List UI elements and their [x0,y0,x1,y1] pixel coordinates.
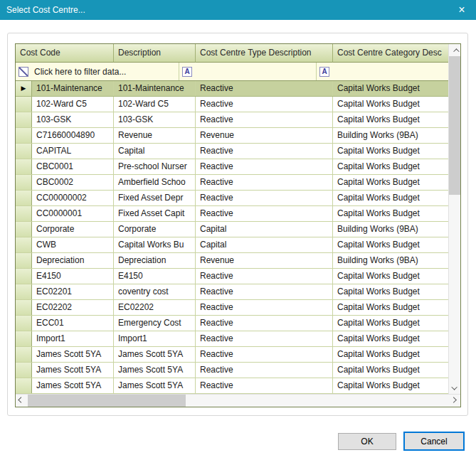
table-row[interactable]: Import1 Import1 Reactive Capital Works B… [16,331,448,347]
cancel-button[interactable]: Cancel [403,432,465,451]
cell-cost-code[interactable]: Corporate [32,222,114,237]
cell-description[interactable]: James Scott 5YA [114,378,196,393]
cell-type[interactable]: Reactive [196,363,333,378]
cell-cost-code[interactable]: CC00000002 [32,191,114,205]
cell-type[interactable]: Reactive [196,316,333,331]
cell-type[interactable]: Reactive [196,159,333,174]
row-selector[interactable] [16,269,32,284]
cell-description[interactable]: Emergency Cost [114,316,196,331]
table-row[interactable]: CWB Capital Works Bu Capital Capital Wor… [16,237,448,253]
cell-description[interactable]: EC02202 [114,300,196,315]
cell-category[interactable]: Capital Works Budget [333,284,448,299]
row-selector[interactable] [16,331,32,346]
cell-type[interactable]: Reactive [196,144,333,159]
table-row[interactable]: ▶ 101-Maintenance 101-Maintenance Reacti… [16,81,448,97]
cell-category[interactable]: Capital Works Budget [333,97,448,112]
cell-description[interactable]: 102-Ward C5 [114,97,196,112]
horizontal-scrollbar[interactable] [16,394,460,407]
cell-category[interactable]: Capital Works Budget [333,206,448,221]
scroll-right-button[interactable] [448,395,460,407]
vertical-scrollbar-thumb[interactable] [449,56,460,195]
horizontal-scrollbar-thumb[interactable] [28,395,186,407]
table-row[interactable]: EC02201 coventry cost Reactive Capital W… [16,284,448,300]
cell-description[interactable]: Import1 [114,331,196,346]
cell-category[interactable]: Capital Works Budget [333,363,448,378]
cell-description[interactable]: Fixed Asset Depr [114,191,196,205]
row-selector[interactable] [16,284,32,299]
scroll-down-button[interactable] [449,382,461,394]
cell-type[interactable]: Capital [196,237,333,252]
cell-cost-code[interactable]: James Scott 5YA [32,347,114,362]
filter-row[interactable]: Click here to filter data... A A [16,63,448,81]
cell-type[interactable]: Reactive [196,284,333,299]
row-selector[interactable] [16,363,32,378]
cell-description[interactable]: E4150 [114,269,196,284]
row-selector[interactable] [16,112,32,127]
cell-description[interactable]: Capital [114,144,196,159]
cell-type[interactable]: Reactive [196,112,333,127]
table-row[interactable]: Corporate Corporate Capital Building Wor… [16,222,448,237]
cell-cost-code[interactable]: Depreciation [32,253,114,268]
cell-category[interactable]: Capital Works Budget [333,175,448,190]
cell-category[interactable]: Capital Works Budget [333,316,448,331]
cell-cost-code[interactable]: CBC0001 [32,159,114,174]
cell-category[interactable]: Capital Works Budget [333,191,448,205]
column-header-category[interactable]: Cost Centre Category Desc [333,44,448,63]
vertical-scrollbar[interactable] [448,44,460,394]
cell-category[interactable]: Capital Works Budget [333,331,448,346]
row-selector[interactable] [16,300,32,315]
cell-cost-code[interactable]: CC0000001 [32,206,114,221]
cell-cost-code[interactable]: CWB [32,237,114,252]
table-row[interactable]: 103-GSK 103-GSK Reactive Capital Works B… [16,112,448,128]
cell-type[interactable]: Capital [196,222,333,237]
cell-cost-code[interactable]: CAPITAL [32,144,114,159]
table-row[interactable]: 102-Ward C5 102-Ward C5 Reactive Capital… [16,97,448,112]
table-row[interactable]: James Scott 5YA James Scott 5YA Reactive… [16,363,448,378]
column-header-description[interactable]: Description [114,44,196,63]
cell-category[interactable]: Building Works (9BA) [333,128,448,143]
cell-type[interactable]: Reactive [196,97,333,112]
table-row[interactable]: ECC01 Emergency Cost Reactive Capital Wo… [16,316,448,331]
cell-category[interactable]: Capital Works Budget [333,347,448,362]
table-row[interactable]: C71660004890 Revenue Revenue Building Wo… [16,128,448,144]
cell-type[interactable]: Reactive [196,378,333,393]
table-row[interactable]: CC00000002 Fixed Asset Depr Reactive Cap… [16,191,448,206]
cell-cost-code[interactable]: 101-Maintenance [32,81,114,96]
cell-cost-code[interactable]: CBC0002 [32,175,114,190]
cell-cost-code[interactable]: James Scott 5YA [32,363,114,378]
row-selector[interactable] [16,175,32,190]
cell-category[interactable]: Capital Works Budget [333,300,448,315]
row-selector[interactable] [16,144,32,159]
row-selector[interactable] [16,253,32,268]
cell-description[interactable]: Corporate [114,222,196,237]
cell-description[interactable]: Depreciation [114,253,196,268]
row-selector[interactable] [16,378,32,393]
row-selector[interactable] [16,159,32,174]
scroll-left-button[interactable] [16,395,28,407]
table-row[interactable]: CAPITAL Capital Reactive Capital Works B… [16,144,448,159]
table-row[interactable]: James Scott 5YA James Scott 5YA Reactive… [16,378,448,394]
cell-description[interactable]: coventry cost [114,284,196,299]
row-selector[interactable] [16,316,32,331]
cell-cost-code[interactable]: 102-Ward C5 [32,97,114,112]
cell-category[interactable]: Capital Works Budget [333,378,448,393]
table-row[interactable]: CC0000001 Fixed Asset Capit Reactive Cap… [16,206,448,222]
cell-category[interactable]: Capital Works Budget [333,269,448,284]
cell-description[interactable]: Pre-school Nurser [114,159,196,174]
row-selector[interactable] [16,237,32,252]
clear-filter-icon[interactable] [18,67,28,77]
scroll-up-button[interactable] [449,44,461,56]
filter-row-selector[interactable] [16,63,32,80]
table-row[interactable]: CBC0001 Pre-school Nurser Reactive Capit… [16,159,448,175]
row-selector[interactable] [16,206,32,221]
cell-description[interactable]: Revenue [114,128,196,143]
cell-category[interactable]: Capital Works Budget [333,144,448,159]
cell-cost-code[interactable]: 103-GSK [32,112,114,127]
table-row[interactable]: Depreciation Depreciation Revenue Buildi… [16,253,448,269]
cell-category[interactable]: Building Works (9BA) [333,222,448,237]
row-selector[interactable] [16,97,32,112]
cell-type[interactable]: Reactive [196,175,333,190]
cell-description[interactable]: Fixed Asset Capit [114,206,196,221]
cell-cost-code[interactable]: EC02201 [32,284,114,299]
filter-cell-type[interactable]: A [179,63,317,80]
